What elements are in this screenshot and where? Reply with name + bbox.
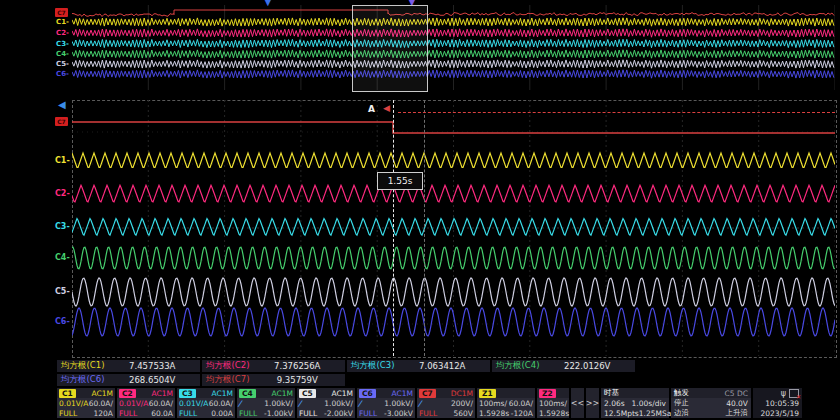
measurement-label: 均方根(C6) — [57, 374, 104, 386]
zoom-badge-Z1: Z1 — [479, 389, 496, 398]
trigger-level: 40.0V — [726, 399, 748, 408]
measurement-cell-C1[interactable]: 均方根(C1)7.457533A — [57, 360, 200, 372]
measurement-label: 均方根(C4) — [492, 360, 539, 372]
c7-position-marker-zoom[interactable]: C7 — [55, 117, 68, 126]
usb-icon: ψ — [781, 389, 786, 398]
trigger-box[interactable]: 触发 C5 DC 停止 40.0V 边沿 上升沿 — [671, 388, 751, 418]
overview-trace-C5 — [72, 60, 834, 68]
timebase-box[interactable]: 时基 2.06s 1.00s/div 12.5Mpts 1.25MSa/s — [601, 388, 669, 418]
overview-trace-C6 — [72, 70, 834, 78]
zoom-window-selector[interactable] — [352, 5, 428, 92]
measurement-cell-C3[interactable]: 均方根(C3)7.063412A — [347, 360, 490, 372]
cursor-a-label: A — [368, 104, 375, 114]
overview-label-C5: C5- — [56, 60, 69, 68]
timebase-memory-depth: 12.5Mpts — [604, 409, 639, 418]
channel-descriptor-bar: C1AC1M0.01V/A60.0A/FULL120AC2AC1M0.01V/A… — [57, 388, 802, 418]
measurement-row-2: 均方根(C6)268.6504V均方根(C7)9.35759V — [57, 374, 345, 386]
clock-time: 10:05:39 — [753, 398, 802, 408]
channel-box-C4[interactable]: C4AC1M/1.00kV/FULL-1.00kV — [237, 388, 295, 418]
channel-box-C7[interactable]: C7DC1M/200V/FULL560V — [417, 388, 475, 418]
measurement-value: 7.457533A — [104, 361, 200, 371]
zoom-waveform-plot — [72, 100, 835, 356]
measurement-value: 222.0126V — [539, 361, 635, 371]
measurement-value: 268.6504V — [104, 375, 200, 385]
trigger-source: C5 DC — [725, 389, 748, 398]
overview-label-C2: C2- — [56, 29, 69, 37]
trigger-position-line — [424, 100, 425, 356]
overview-trace-C7-seg0 — [72, 14, 174, 17]
overview-trace-C4 — [72, 50, 834, 58]
trigger-slope: 上升沿 — [726, 408, 749, 418]
channel-box-C5[interactable]: C5AC1M/1.00kV/FULL-2.00kV — [297, 388, 355, 418]
measurement-cell-C6[interactable]: 均方根(C6)268.6504V — [57, 374, 200, 386]
channel-badge-C1: C1 — [59, 389, 76, 398]
channel-badge-C2: C2 — [119, 389, 136, 398]
zoom-trace-C2 — [72, 185, 835, 202]
zoom-badge-Z2: Z2 — [539, 389, 556, 398]
cursor-time-readout: 1.55s — [377, 172, 423, 190]
channel-coupling: AC1M — [92, 389, 113, 398]
probe-slash-icon: / — [297, 399, 303, 408]
c7-position-marker-overview[interactable]: C7 — [55, 8, 68, 17]
channel-box-C2[interactable]: C2AC1M0.01V/A60.0A/FULL60.0A — [117, 388, 175, 418]
overview-label-C1: C1- — [56, 18, 69, 26]
measurement-label: 均方根(C3) — [347, 360, 394, 372]
channel-box-C3[interactable]: C3AC1M0.01V/A60.0A/FULL0.00A — [177, 388, 235, 418]
probe-slash-icon: / — [357, 399, 363, 408]
cursor-a-line[interactable] — [393, 100, 394, 356]
lan-error-icon — [789, 389, 799, 398]
channel-badge-C5: C5 — [299, 389, 316, 398]
timebase-scale: 1.00s/div — [632, 399, 666, 408]
zoom-label-C6[interactable]: C6- — [55, 317, 70, 326]
probe-slash-icon: / — [417, 399, 423, 408]
measurement-cell-C7[interactable]: 均方根(C7)9.35759V — [202, 374, 345, 386]
measurement-value: 7.376256A — [249, 361, 345, 371]
overview-trace-C2 — [72, 29, 834, 37]
measurement-label: 均方根(C7) — [202, 374, 249, 386]
measurement-row-1: 均方根(C1)7.457533A均方根(C2)7.376256A均方根(C3)7… — [57, 360, 635, 372]
zoom-label-C5[interactable]: C5- — [55, 287, 70, 296]
zoom-label-C4[interactable]: C4- — [55, 253, 70, 262]
timebase-delay: 2.06s — [604, 399, 625, 408]
measurement-label: 均方根(C1) — [57, 360, 104, 372]
measurement-value: 9.35759V — [249, 375, 345, 385]
trigger-status: 停止 — [674, 398, 689, 408]
clock-date: 2023/5/19 — [753, 408, 802, 418]
zoom-label-C3[interactable]: C3- — [55, 222, 70, 231]
measurement-cell-C4[interactable]: 均方根(C4)222.0126V — [492, 360, 635, 372]
trigger-position-marker-icon[interactable]: ▼ — [264, 0, 272, 7]
overview-trace-C3 — [72, 39, 834, 47]
c7-previous-level-dashed-line — [398, 112, 835, 113]
probe-slash-icon: / — [237, 399, 243, 408]
zoom-label-C2[interactable]: C2- — [55, 189, 70, 198]
channel-coupling: AC1M — [212, 389, 233, 398]
trigger-title: 触发 — [674, 388, 689, 398]
measurement-cell-C2[interactable]: 均方根(C2)7.376256A — [202, 360, 345, 372]
overview-label-C3: C3- — [56, 40, 69, 48]
channel-coupling: DC1M — [451, 389, 473, 398]
timebase-title: 时基 — [604, 388, 619, 398]
channel-badge-C6: C6 — [359, 389, 376, 398]
cursor-a-arrow-icon: ◀ — [383, 103, 390, 113]
zoom-trace-box-Z2[interactable]: Z2100ms/1.5928s — [537, 388, 569, 418]
zoom-trace-box-Z1[interactable]: Z1100ms/60.0A/1.5928s-120A — [477, 388, 535, 418]
channel-coupling: AC1M — [152, 389, 173, 398]
overview-trace-C7-seg2 — [388, 13, 834, 16]
channel-badge-C4: C4 — [239, 389, 256, 398]
overview-label-C4: C4- — [56, 50, 69, 58]
channel-badge-C7: C7 — [419, 389, 436, 398]
channel-box-C6[interactable]: C6AC1M/1.00kV/FULL-3.00kV — [357, 388, 415, 418]
zoom-label-C1[interactable]: C1- — [55, 156, 70, 165]
overview-waveform-plot — [72, 5, 835, 90]
channel-coupling: AC1M — [332, 389, 353, 398]
overview-trace-C1 — [72, 18, 834, 26]
scroll-right-button[interactable]: >> — [586, 388, 599, 418]
scroll-left-button[interactable]: << — [571, 388, 584, 418]
channel-box-C1[interactable]: C1AC1M0.01V/A60.0A/FULL120A — [57, 388, 115, 418]
measurement-value: 7.063412A — [394, 361, 490, 371]
channel-coupling: AC1M — [392, 389, 413, 398]
channel-badge-C3: C3 — [179, 389, 196, 398]
status-clock-box[interactable]: ψ 10:05:39 2023/5/19 — [753, 388, 802, 418]
zoom-position-arrow-icon[interactable]: ◀ — [58, 99, 66, 110]
overview-label-C6: C6- — [56, 70, 69, 78]
